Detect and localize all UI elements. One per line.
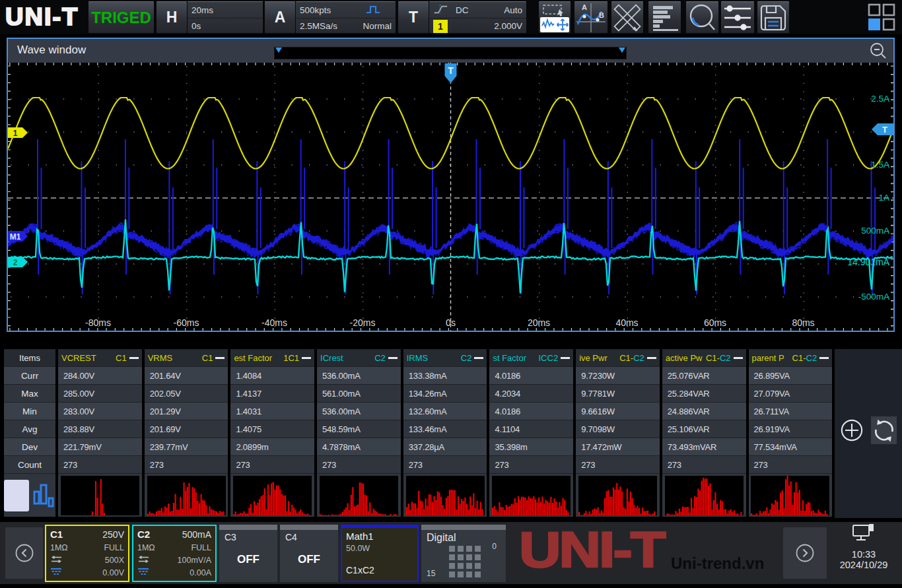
svg-text:M1: M1 bbox=[10, 232, 21, 242]
svg-text:-500mA: -500mA bbox=[858, 292, 889, 302]
svg-text:T: T bbox=[448, 65, 454, 76]
svg-text:80ms: 80ms bbox=[792, 317, 814, 328]
svg-text:2.5A: 2.5A bbox=[871, 94, 889, 104]
svg-text:2: 2 bbox=[13, 258, 18, 267]
svg-text:B: B bbox=[599, 11, 604, 19]
svg-text:14.901mA: 14.901mA bbox=[847, 257, 889, 267]
svg-text:40ms: 40ms bbox=[615, 317, 638, 328]
svg-text:1.5A: 1.5A bbox=[871, 160, 889, 170]
svg-text:0s: 0s bbox=[446, 317, 456, 328]
svg-text:1: 1 bbox=[13, 129, 18, 138]
svg-text:A: A bbox=[582, 3, 587, 11]
svg-text:20ms: 20ms bbox=[528, 317, 550, 328]
svg-text:60ms: 60ms bbox=[704, 317, 726, 328]
svg-text:-40ms: -40ms bbox=[261, 317, 287, 328]
svg-text:1A: 1A bbox=[878, 193, 889, 203]
svg-text:T: T bbox=[882, 125, 887, 135]
svg-text:-80ms: -80ms bbox=[85, 317, 111, 328]
svg-text:500mA: 500mA bbox=[861, 226, 889, 236]
svg-text:-60ms: -60ms bbox=[174, 317, 199, 328]
svg-text:-20ms: -20ms bbox=[350, 317, 376, 328]
